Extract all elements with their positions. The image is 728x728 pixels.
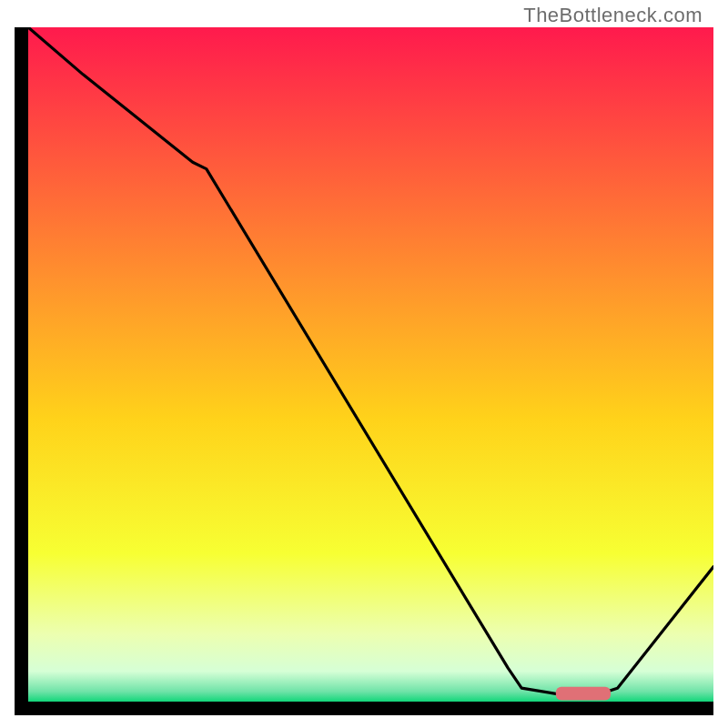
watermark-text: TheBottleneck.com bbox=[523, 4, 703, 27]
optimal-range-marker bbox=[556, 687, 611, 701]
bottleneck-chart-svg bbox=[15, 27, 713, 715]
gradient-background bbox=[28, 27, 713, 702]
chart-container: TheBottleneck.com bbox=[0, 0, 728, 728]
plot-area bbox=[15, 27, 713, 715]
